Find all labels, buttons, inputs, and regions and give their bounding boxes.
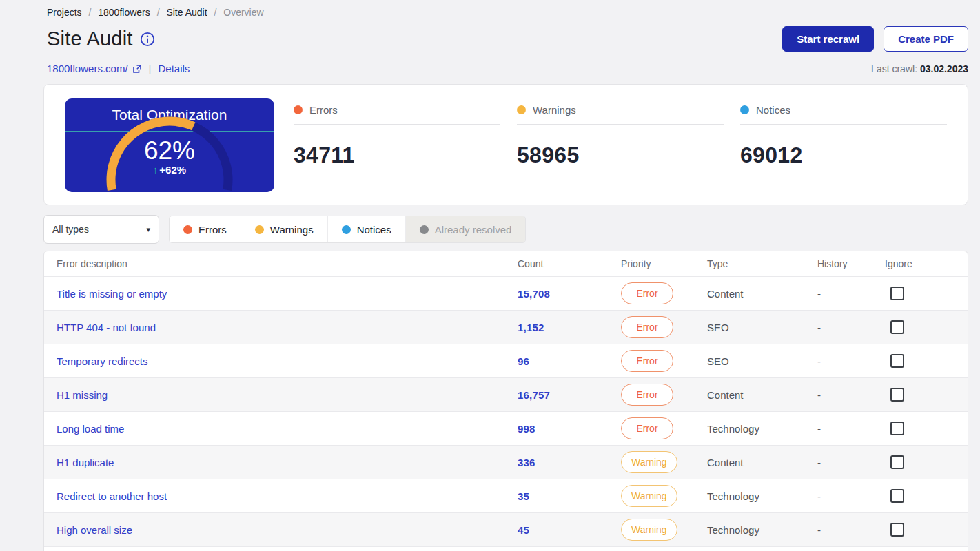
filter-chip-notices[interactable]: Notices [328,216,406,242]
issue-history: - [817,322,885,333]
breadcrumb-project-name[interactable]: 1800flowers [98,7,150,18]
issue-description-link[interactable]: H1 missing [57,389,108,401]
site-audit-page: Projects / 1800flowers / Site Audit / Ov… [0,0,980,551]
warnings-dot-icon [255,225,264,234]
issue-count-link[interactable]: 35 [518,490,529,502]
type-filter-select[interactable]: All types ▾ [43,215,159,244]
table-row: High overall size45WarningTechnology- [44,513,968,547]
ignore-checkbox[interactable] [890,354,904,368]
table-body: Title is missing or empty15,708ErrorCont… [44,277,968,551]
filter-row: All types ▾ ErrorsWarningsNoticesAlready… [43,215,968,244]
stat-errors-value: 34711 [294,143,500,168]
chevron-down-icon: ▾ [146,225,150,234]
errors-dot-icon [294,105,303,114]
issue-type: Technology [707,524,817,536]
filter-chip-warnings[interactable]: Warnings [241,216,328,242]
last-crawl: Last crawl: 03.02.2023 [871,63,968,74]
issue-count-link[interactable]: 96 [518,355,529,367]
table-row: Redirect to another host35WarningTechnol… [44,479,968,513]
issue-description-link[interactable]: Redirect to another host [57,490,167,502]
ignore-checkbox[interactable] [890,320,904,334]
total-optimization-gauge: Total Optimization 62% ↑+62% [65,98,274,192]
issue-count-link[interactable]: 998 [518,423,535,435]
site-url-text: 1800flowers.com/ [47,63,128,74]
issue-type: Content [707,288,817,300]
issue-count-link[interactable]: 15,708 [518,288,550,300]
breadcrumb-projects[interactable]: Projects [47,7,82,18]
type-filter-value: All types [52,224,89,235]
external-link-icon [132,64,142,74]
priority-badge: Error [621,282,673,304]
filter-chip-label: Already resolved [435,224,512,236]
issue-history: - [817,423,885,435]
table-row: Temporary redirects96ErrorSEO- [44,344,968,378]
stat-errors-head: Errors [294,104,500,125]
stat-notices-head: Notices [740,104,947,125]
issue-description-link[interactable]: Temporary redirects [57,355,148,367]
details-link[interactable]: Details [158,63,190,74]
last-crawl-label: Last crawl: [871,63,917,74]
issue-description-link[interactable]: H1 duplicate [57,457,114,468]
header-row: Site Audit Start recrawl Create PDF [43,26,968,52]
issue-count-link[interactable]: 336 [518,457,535,468]
info-icon[interactable] [140,32,155,47]
breadcrumb-separator: / [214,7,216,18]
priority-badge: Warning [621,519,677,541]
notices-dot-icon [740,105,749,114]
table-row: H1 duplicate336WarningContent- [44,446,968,479]
issue-type: Content [707,389,817,401]
create-pdf-button[interactable]: Create PDF [884,26,968,52]
ignore-checkbox[interactable] [890,455,904,469]
issue-description-link[interactable]: Title is missing or empty [57,288,167,300]
divider-pipe: | [149,63,152,74]
stat-warnings-value: 58965 [517,143,724,168]
filter-chip-errors[interactable]: Errors [170,216,241,242]
ignore-checkbox[interactable] [890,422,904,435]
priority-badge: Error [621,384,673,406]
gauge-value: 62% [65,138,274,163]
table-header: Error description Count Priority Type Hi… [44,251,968,277]
issue-description-link[interactable]: High overall size [57,524,132,536]
gauge-text: 62% ↑+62% [65,138,274,176]
table-row: HTTP 404 - not found1,152ErrorSEO- [44,311,968,344]
site-url-link[interactable]: 1800flowers.com/ [47,63,142,74]
priority-badge: Error [621,316,673,338]
filter-chip-already-resolved[interactable]: Already resolved [406,216,526,242]
stat-warnings-head: Warnings [517,104,724,125]
stat-notices-label: Notices [756,104,790,116]
start-recrawl-button[interactable]: Start recrawl [782,26,874,52]
breadcrumb-separator: / [88,7,91,18]
already-resolved-dot-icon [420,225,429,234]
breadcrumb-site-audit[interactable]: Site Audit [166,7,207,18]
issue-type: Content [707,457,817,468]
errors-dot-icon [183,225,192,234]
gauge-delta-value: +62% [159,164,186,176]
issue-count-link[interactable]: 16,757 [518,389,550,401]
col-header-count: Count [518,258,621,269]
filter-chip-label: Errors [198,224,227,236]
issue-description-link[interactable]: Long load time [57,423,124,435]
filter-chip-label: Notices [357,224,391,236]
table-row: Title is missing or empty15,708ErrorCont… [44,277,968,311]
severity-filter-group: ErrorsWarningsNoticesAlready resolved [169,216,526,243]
priority-badge: Error [621,417,673,439]
priority-badge: Error [621,350,673,372]
issue-history: - [817,288,885,300]
table-row: Warning [44,547,968,551]
issue-count-link[interactable]: 45 [518,524,529,536]
issue-type: Technology [707,423,817,435]
issue-history: - [817,524,885,536]
ignore-checkbox[interactable] [890,287,904,300]
ignore-checkbox[interactable] [890,388,904,402]
summary-stats: Errors 34711 Warnings 58965 Notices 6901… [294,98,947,168]
issues-table: Error description Count Priority Type Hi… [43,251,968,551]
stat-warnings-label: Warnings [533,104,576,116]
issue-type: SEO [707,322,817,333]
ignore-checkbox[interactable] [890,489,904,503]
ignore-checkbox[interactable] [890,523,904,537]
breadcrumb-separator: / [157,7,160,18]
issue-count-link[interactable]: 1,152 [518,322,544,333]
breadcrumb-current-overview: Overview [223,7,263,18]
stat-notices: Notices 69012 [740,104,947,168]
issue-description-link[interactable]: HTTP 404 - not found [57,322,156,333]
